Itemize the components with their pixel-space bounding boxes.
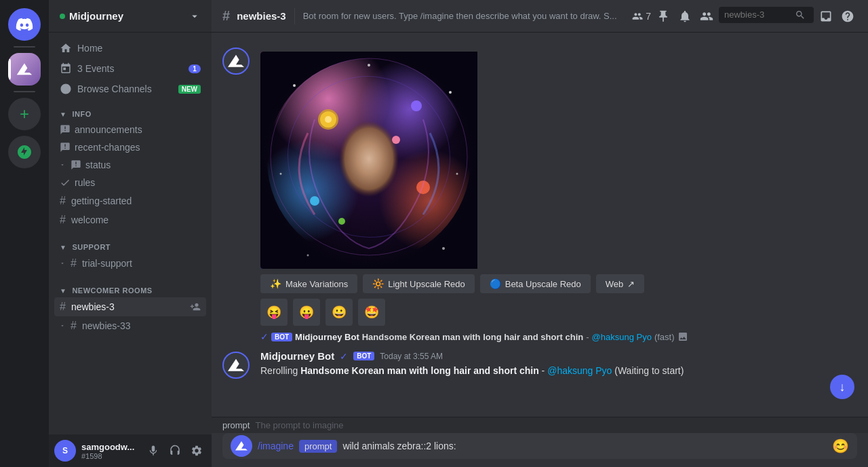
make-variations-button[interactable]: ✨ Make Variations: [260, 274, 357, 293]
search-bar[interactable]: [719, 7, 814, 23]
svg-point-22: [442, 247, 445, 250]
events-label: 3 Events: [77, 63, 114, 74]
notification-icon-btn[interactable]: [675, 7, 694, 26]
hash-icon-4: #: [60, 301, 66, 313]
help-icon-btn[interactable]: [838, 7, 857, 26]
chat-user-avatar: [231, 435, 252, 457]
expand-icon: [60, 162, 65, 168]
channel-welcome[interactable]: # welcome: [54, 210, 206, 229]
channel-status[interactable]: status: [54, 156, 206, 174]
light-upscale-redo-button[interactable]: 🔆 Light Upscale Redo: [363, 274, 474, 293]
users-count[interactable]: 7: [632, 7, 651, 26]
inbox-icon-btn[interactable]: [816, 7, 835, 26]
hash-icon-3: #: [71, 257, 77, 269]
emoji-reaction-3[interactable]: 😀: [326, 299, 353, 326]
emoji-reaction-2[interactable]: 😛: [293, 299, 320, 326]
reroll-bot-avatar: [222, 352, 250, 379]
main-content: # newbies-3 Bot room for new users. Type…: [212, 0, 868, 467]
expand-icon-2: [60, 261, 65, 266]
members-panel-btn[interactable]: [697, 7, 716, 26]
reroll-mention: @haksung Pyo: [547, 365, 612, 376]
server-bar: +: [0, 0, 49, 467]
section-newcomer-header[interactable]: ▼ NEWCOMER ROOMS: [54, 286, 206, 295]
section-newcomer-label: NEWCOMER ROOMS: [72, 286, 152, 295]
section-support: ▼ SUPPORT # trial-support: [49, 232, 212, 276]
add-server-button[interactable]: +: [8, 98, 41, 130]
emoji-reaction-4[interactable]: 🤩: [358, 299, 385, 326]
message-group-bot: ✨ Make Variations 🔆 Light Upscale Redo 🔵…: [212, 43, 868, 329]
question-mark-icon: [841, 10, 854, 23]
chat-tag: prompt: [299, 440, 337, 453]
sidebar-item-browse-channels[interactable]: Browse Channels NEW: [54, 79, 206, 99]
events-badge: 1: [189, 64, 201, 73]
reroll-message-group: Midjourney Bot ✓ BOT Today at 3:55 AM Re…: [212, 348, 868, 381]
add-member-icon[interactable]: [190, 301, 201, 312]
reroll-message-text: Rerolling Handsome Korean man with long …: [260, 365, 857, 377]
messages-container: ✨ Make Variations 🔆 Light Upscale Redo 🔵…: [212, 33, 868, 417]
rules-icon: [60, 177, 71, 188]
home-icon: [60, 42, 72, 54]
sidebar-item-events[interactable]: 3 Events 1: [54, 58, 206, 79]
section-info: ▼ INFO announcements recent-changes stat…: [49, 99, 212, 232]
section-info-header[interactable]: ▼ INFO: [54, 110, 206, 118]
server-status-dot: [60, 14, 65, 19]
channel-newbies-3[interactable]: # newbies-3: [54, 297, 206, 316]
discord-logo-icon: [15, 15, 34, 34]
channel-newbies-33[interactable]: # newbies-33: [54, 316, 206, 335]
channel-recent-changes[interactable]: recent-changes: [54, 138, 206, 156]
midjourney-avatar-icon: [225, 50, 247, 72]
search-input[interactable]: [724, 10, 792, 20]
channel-announcements[interactable]: announcements: [54, 121, 206, 138]
channel-newbies-3-name: newbies-3: [71, 301, 115, 312]
headphones-icon[interactable]: [165, 441, 184, 460]
chat-command: /imagine: [258, 441, 294, 451]
channel-hash-icon: #: [222, 8, 230, 24]
emoji-picker-icon[interactable]: 😊: [832, 438, 849, 454]
reroll-bold-text: Handsome Korean man with long hair and s…: [300, 365, 539, 376]
pin-icon-btn[interactable]: [654, 7, 673, 26]
user-discriminator: #1598: [81, 452, 138, 460]
new-badge: NEW: [178, 85, 201, 94]
make-variations-label: Make Variations: [285, 279, 348, 289]
section-info-label: INFO: [72, 110, 91, 118]
reroll-author: Midjourney Bot: [260, 350, 334, 362]
section-support-header[interactable]: ▼ SUPPORT: [54, 243, 206, 251]
bot-badge-inline: BOT: [271, 333, 292, 341]
server-icon-midjourney[interactable]: [8, 53, 41, 86]
svg-point-19: [280, 173, 282, 175]
emoji-reaction-1[interactable]: 😝: [260, 299, 288, 326]
home-label: Home: [77, 43, 102, 54]
search-icon: [795, 10, 806, 20]
channel-status-name: status: [85, 160, 111, 170]
beta-upscale-redo-button[interactable]: 🔵 Beta Upscale Redo: [480, 274, 591, 293]
chat-input-field[interactable]: [342, 433, 827, 459]
settings-icon[interactable]: [187, 441, 206, 460]
expand-icon-3: [60, 323, 65, 329]
section-support-label: SUPPORT: [72, 243, 111, 251]
beta-upscale-emoji: 🔵: [490, 278, 501, 289]
user-footer: S samgoodw... #1598: [49, 434, 212, 467]
announcement-icon-2: [60, 142, 71, 153]
ai-generated-image: [260, 52, 477, 269]
channel-rules[interactable]: rules: [54, 174, 206, 191]
message-image: [260, 52, 532, 269]
channel-getting-started[interactable]: # getting-started: [54, 191, 206, 210]
image-icon[interactable]: [677, 331, 688, 342]
channel-trial-support[interactable]: # trial-support: [54, 254, 206, 273]
svg-point-14: [392, 136, 400, 144]
microphone-icon[interactable]: [144, 441, 163, 460]
channel-welcome-name: welcome: [71, 214, 108, 225]
sidebar-item-home[interactable]: Home: [54, 38, 206, 58]
light-upscale-emoji: 🔆: [372, 278, 384, 289]
midjourney-avatar-icon-2: [225, 354, 247, 376]
server-icon-discord-home[interactable]: [8, 8, 41, 41]
scroll-to-bottom-button[interactable]: ↓: [830, 375, 854, 399]
sidebar: Midjourney Home 3 Events 1 Browse Channe…: [49, 0, 212, 467]
web-button[interactable]: Web ↗: [596, 274, 645, 293]
reroll-message-time: Today at 3:55 AM: [380, 352, 443, 361]
channel-header: # newbies-3 Bot room for new users. Type…: [212, 0, 868, 33]
explore-button[interactable]: [8, 136, 41, 168]
channel-newbies-33-name: newbies-33: [82, 320, 131, 331]
server-header[interactable]: Midjourney: [49, 0, 212, 33]
external-link-icon: ↗: [627, 279, 635, 289]
